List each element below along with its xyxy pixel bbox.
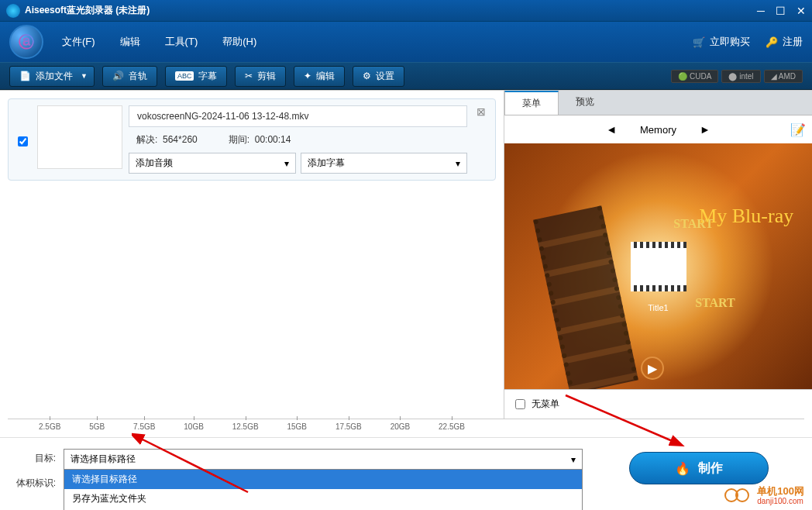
target-option-select-path[interactable]: 请选择目标路径 bbox=[64, 470, 582, 489]
tech-badges: 🟢 CUDA ⬤ intel ◢ AMD bbox=[671, 70, 803, 83]
buy-now-link[interactable]: 🛒 立即购买 bbox=[693, 35, 750, 49]
bluray-title: My Blu-ray bbox=[699, 205, 793, 228]
tick: 7.5GB bbox=[133, 422, 155, 431]
app-icon bbox=[6, 4, 20, 18]
subtitle-button[interactable]: ABC 字幕 bbox=[165, 66, 228, 87]
remove-file-button[interactable]: ⊠ bbox=[473, 105, 489, 118]
bottom-area: 目标: 请选择目标路径 ▾ 请选择目标路径 另存为蓝光文件夹 另存为 ISO (… bbox=[0, 437, 812, 510]
menubar: ⓐ 文件(F) 编辑 工具(T) 帮助(H) 🛒 立即购买 🔑 注册 bbox=[0, 22, 812, 62]
no-menu-label: 无菜单 bbox=[532, 398, 559, 411]
target-selected[interactable]: 请选择目标路径 ▾ bbox=[64, 450, 582, 469]
menu-items: 文件(F) 编辑 工具(T) 帮助(H) bbox=[62, 35, 693, 49]
menu-preview[interactable]: START START My Blu-ray Title1 ▶ bbox=[504, 143, 812, 389]
scale-ticks: 2.5GB 5GB 7.5GB 10GB 12.5GB 15GB 17.5GB … bbox=[8, 419, 496, 431]
audio-button[interactable]: 🔊 音轨 bbox=[102, 66, 157, 87]
target-option-folder[interactable]: 另存为蓝光文件夹 bbox=[64, 489, 582, 508]
menu-file[interactable]: 文件(F) bbox=[62, 35, 95, 49]
key-icon: 🔑 bbox=[766, 36, 778, 48]
file-meta: 解决: 564*260 期间: 00:00:14 bbox=[129, 132, 467, 148]
crop-label: 剪辑 bbox=[257, 70, 276, 83]
plus-file-icon: 📄 bbox=[19, 71, 31, 81]
target-label: 目标: bbox=[12, 449, 56, 465]
tab-menu[interactable]: 菜单 bbox=[504, 91, 559, 115]
register-link[interactable]: 🔑 注册 bbox=[766, 35, 803, 49]
minimize-button[interactable]: ─ bbox=[757, 5, 765, 17]
settings-button[interactable]: ⚙ 设置 bbox=[353, 66, 404, 87]
volume-label: 体积标识: bbox=[12, 474, 56, 490]
crop-button[interactable]: ✂ 剪辑 bbox=[235, 66, 286, 87]
tick: 2.5GB bbox=[39, 422, 60, 431]
wand-icon: ✦ bbox=[304, 71, 311, 81]
menu-tools[interactable]: 工具(T) bbox=[165, 35, 198, 49]
amd-badge: ◢ AMD bbox=[764, 70, 803, 83]
resolve-value: 564*260 bbox=[163, 134, 198, 145]
target-dropdown[interactable]: 请选择目标路径 ▾ 请选择目标路径 另存为蓝光文件夹 另存为 ISO (*.is… bbox=[64, 449, 583, 510]
close-button[interactable]: ✕ bbox=[797, 5, 806, 17]
tick: 5GB bbox=[89, 422, 105, 431]
size-scale: 2.5GB 5GB 7.5GB 10GB 12.5GB 15GB 17.5GB … bbox=[8, 419, 804, 437]
template-name: Memory bbox=[640, 124, 676, 136]
window-controls: ─ ☐ ✕ bbox=[757, 5, 806, 17]
abc-icon: ABC bbox=[175, 71, 194, 81]
template-nav: ◄ Memory ► 📝 bbox=[504, 115, 812, 143]
maximize-button[interactable]: ☐ bbox=[776, 5, 786, 17]
create-button[interactable]: 🔥 制作 bbox=[629, 452, 769, 484]
add-audio-select[interactable]: 添加音频 ▾ bbox=[129, 153, 296, 174]
subtitle-label: 字幕 bbox=[198, 70, 217, 83]
toolbar: 📄 添加文件 ▼ 🔊 音轨 ABC 字幕 ✂ 剪辑 ✦ 编辑 ⚙ 设置 🟢 CU… bbox=[0, 62, 812, 90]
caret-down-icon: ▼ bbox=[81, 72, 88, 80]
main-area: vokoscreenNG-2024-11-06 13-12-48.mkv 解决:… bbox=[0, 90, 812, 419]
watermark-cn: 单机100网 bbox=[757, 486, 804, 497]
file-name[interactable]: vokoscreenNG-2024-11-06 13-12-48.mkv bbox=[129, 105, 467, 127]
volume-row: 体积标识: bbox=[12, 474, 56, 490]
caret-down-icon: ▾ bbox=[456, 158, 460, 169]
duration-value: 00:00:14 bbox=[255, 134, 291, 145]
tick: 22.5GB bbox=[439, 422, 465, 431]
menu-edit[interactable]: 编辑 bbox=[120, 35, 140, 49]
edit-label: 编辑 bbox=[316, 70, 335, 83]
edit-button[interactable]: ✦ 编辑 bbox=[294, 66, 345, 87]
menu-help[interactable]: 帮助(H) bbox=[222, 35, 256, 49]
file-row[interactable]: vokoscreenNG-2024-11-06 13-12-48.mkv 解决:… bbox=[8, 98, 496, 181]
caret-down-icon: ▾ bbox=[571, 454, 576, 465]
add-audio-label: 添加音频 bbox=[136, 157, 173, 170]
no-menu-row: 无菜单 bbox=[504, 389, 812, 419]
speaker-icon: 🔊 bbox=[112, 71, 124, 81]
output-form: 目标: 请选择目标路径 ▾ 请选择目标路径 另存为蓝光文件夹 另存为 ISO (… bbox=[12, 449, 583, 510]
add-file-button[interactable]: 📄 添加文件 ▼ bbox=[9, 66, 95, 87]
no-menu-checkbox[interactable] bbox=[515, 399, 525, 409]
file-info: vokoscreenNG-2024-11-06 13-12-48.mkv 解决:… bbox=[129, 105, 467, 174]
right-panel: 菜单 预览 ◄ Memory ► 📝 START START My Blu-ra… bbox=[504, 91, 812, 419]
tab-preview[interactable]: 预览 bbox=[559, 91, 611, 115]
file-list-panel: vokoscreenNG-2024-11-06 13-12-48.mkv 解决:… bbox=[0, 91, 504, 419]
tick: 15GB bbox=[287, 422, 307, 431]
target-option-list: 请选择目标路径 另存为蓝光文件夹 另存为 ISO (*.iso) bbox=[64, 469, 582, 510]
start-text-2: START bbox=[695, 296, 735, 310]
add-subtitle-select[interactable]: 添加字幕 ▾ bbox=[301, 153, 468, 174]
buy-now-label: 立即购买 bbox=[710, 35, 750, 49]
tabs: 菜单 预览 bbox=[504, 91, 812, 115]
edit-template-button[interactable]: 📝 bbox=[790, 122, 806, 137]
cuda-badge: 🟢 CUDA bbox=[671, 70, 718, 83]
add-file-label: 添加文件 bbox=[36, 70, 73, 83]
file-thumbnail[interactable] bbox=[37, 105, 122, 169]
title-frame[interactable] bbox=[631, 248, 686, 285]
settings-label: 设置 bbox=[376, 70, 394, 83]
window-title: Aiseesoft蓝光刻录器 (未注册) bbox=[25, 4, 757, 17]
watermark-logo bbox=[724, 487, 752, 504]
next-template-button[interactable]: ► bbox=[700, 123, 710, 136]
file-selects: 添加音频 ▾ 添加字幕 ▾ bbox=[129, 153, 467, 174]
file-checkbox[interactable] bbox=[18, 136, 28, 146]
tick: 17.5GB bbox=[335, 422, 362, 431]
tick: 12.5GB bbox=[232, 422, 259, 431]
app-logo: ⓐ bbox=[9, 25, 43, 59]
tick: 20GB bbox=[391, 422, 411, 431]
gear-icon: ⚙ bbox=[363, 71, 371, 81]
tick: 10GB bbox=[184, 422, 204, 431]
target-row: 目标: 请选择目标路径 ▾ 请选择目标路径 另存为蓝光文件夹 另存为 ISO (… bbox=[12, 449, 583, 510]
burn-icon: 🔥 bbox=[675, 461, 690, 476]
caret-down-icon: ▾ bbox=[284, 158, 289, 169]
cart-icon: 🛒 bbox=[693, 36, 705, 48]
watermark: 单机100网 danji100.com bbox=[724, 486, 804, 505]
prev-template-button[interactable]: ◄ bbox=[606, 123, 617, 136]
